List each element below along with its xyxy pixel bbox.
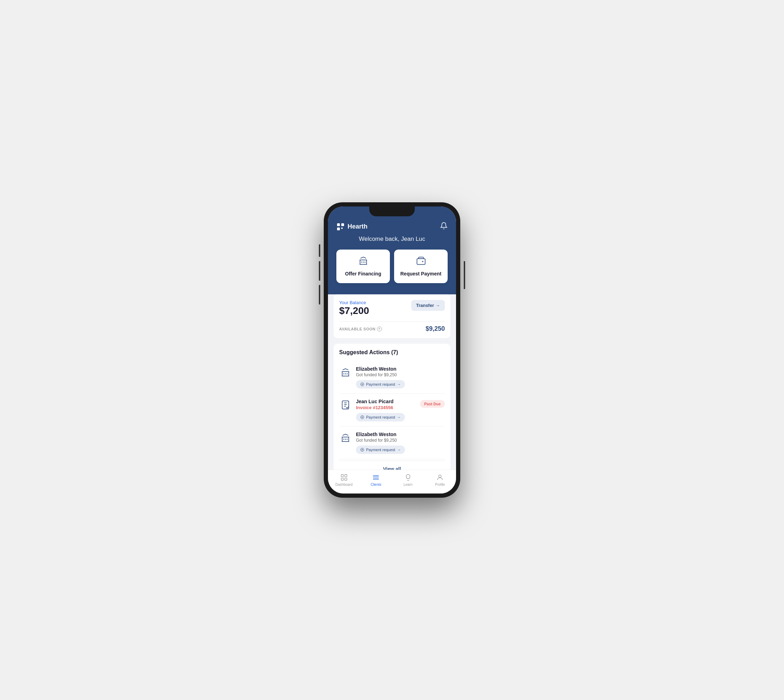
list-item: Jean Luc Picard Invoice #1234556 Payment… [339, 394, 445, 427]
logo-area: Hearth [336, 223, 367, 231]
question-icon[interactable]: ? [377, 327, 382, 332]
bank-icon [339, 432, 352, 444]
nav-item-profile[interactable]: Profile [424, 473, 456, 487]
list-item: Elizabeth Weston Got funded for $9,250 P… [339, 361, 445, 394]
phone-btn-vol-down [319, 285, 320, 305]
svg-rect-3 [341, 228, 343, 229]
list-icon [372, 473, 380, 481]
svg-point-18 [439, 475, 441, 477]
welcome-message: Welcome back, Jean Luc [359, 235, 425, 243]
main-content: Your Balance $7,200 Transfer → AVAILABLE… [328, 287, 456, 470]
payment-request-button[interactable]: Payment request → [356, 380, 405, 388]
action-cards-container: Offer Financing Request Payment [336, 250, 448, 283]
lightbulb-icon [404, 473, 412, 481]
svg-rect-1 [341, 223, 344, 226]
customer-name: Elizabeth Weston [356, 366, 445, 372]
action-item-content: Elizabeth Weston Got funded for $9,250 P… [356, 432, 445, 454]
balance-left: Your Balance $7,200 [339, 300, 369, 318]
offer-financing-label: Offer Financing [345, 270, 381, 277]
svg-rect-0 [337, 223, 340, 226]
nav-label-learn: Learn [404, 483, 413, 487]
bottom-nav: Dashboard Clients Learn [328, 470, 456, 493]
arrow-icon: → [397, 448, 401, 452]
view-all-button[interactable]: View all [383, 466, 401, 470]
suggested-actions-title: Suggested Actions (7) [339, 349, 445, 356]
list-item: Elizabeth Weston Got funded for $9,250 P… [339, 427, 445, 459]
header: Hearth Welcome back, Jean Luc [328, 207, 456, 294]
svg-rect-2 [337, 228, 340, 230]
balance-top-row: Your Balance $7,200 Transfer → [339, 300, 445, 318]
available-balance-row: AVAILABLE SOON ? $9,250 [339, 321, 445, 332]
invoice-icon [339, 398, 352, 411]
nav-item-clients[interactable]: Clients [360, 473, 392, 487]
payment-request-button[interactable]: Payment request → [356, 413, 405, 422]
payment-request-label: Payment request [366, 415, 395, 419]
view-all-section: View all [339, 461, 445, 470]
payment-request-button[interactable]: Payment request → [356, 445, 405, 454]
nav-label-profile: Profile [435, 483, 445, 487]
bank-icon [339, 366, 352, 379]
notification-bell-icon[interactable] [440, 222, 448, 232]
header-top: Hearth [336, 222, 448, 232]
arrow-right-icon: → [435, 303, 440, 308]
action-item-content: Elizabeth Weston Got funded for $9,250 P… [356, 366, 445, 388]
hearth-logo-icon [336, 223, 345, 231]
svg-rect-13 [345, 478, 347, 480]
wallet-icon [416, 256, 426, 268]
transfer-button[interactable]: Transfer → [411, 300, 445, 311]
available-label-text: AVAILABLE SOON [339, 327, 375, 331]
nav-item-dashboard[interactable]: Dashboard [328, 473, 360, 487]
request-payment-card[interactable]: Request Payment [394, 250, 448, 283]
transfer-label: Transfer [416, 303, 434, 308]
available-label: AVAILABLE SOON ? [339, 327, 382, 332]
svg-rect-11 [345, 475, 347, 477]
customer-name: Elizabeth Weston [356, 432, 445, 437]
action-description: Got funded for $9,250 [356, 372, 445, 377]
phone-btn-power [464, 261, 465, 289]
bank-icon [359, 256, 368, 268]
balance-label: Your Balance [339, 300, 369, 305]
phone-btn-silent [319, 244, 320, 257]
notch [369, 207, 415, 216]
svg-point-5 [422, 261, 423, 262]
phone-btn-vol-up [319, 261, 320, 281]
nav-item-learn[interactable]: Learn [392, 473, 424, 487]
suggested-actions-section: Suggested Actions (7) [334, 344, 450, 470]
grid-icon [340, 473, 348, 481]
svg-rect-4 [417, 258, 425, 264]
balance-section: Your Balance $7,200 Transfer → AVAILABLE… [334, 294, 450, 338]
payment-request-label: Payment request [366, 448, 395, 452]
nav-label-clients: Clients [371, 483, 382, 487]
balance-amount: $7,200 [339, 305, 369, 317]
request-payment-label: Request Payment [400, 270, 441, 277]
action-description: Got funded for $9,250 [356, 438, 445, 443]
svg-rect-10 [341, 475, 344, 477]
phone-screen: Hearth Welcome back, Jean Luc [328, 207, 456, 493]
arrow-icon: → [397, 382, 401, 387]
available-amount: $9,250 [425, 325, 445, 332]
person-icon [436, 473, 444, 481]
app-name: Hearth [347, 223, 367, 230]
past-due-badge: Past Due [420, 400, 445, 408]
payment-request-label: Payment request [366, 382, 395, 387]
offer-financing-card[interactable]: Offer Financing [336, 250, 390, 283]
arrow-icon: → [397, 415, 401, 419]
nav-label-dashboard: Dashboard [335, 483, 352, 487]
svg-rect-12 [341, 478, 344, 480]
phone-frame: Hearth Welcome back, Jean Luc [324, 202, 460, 498]
